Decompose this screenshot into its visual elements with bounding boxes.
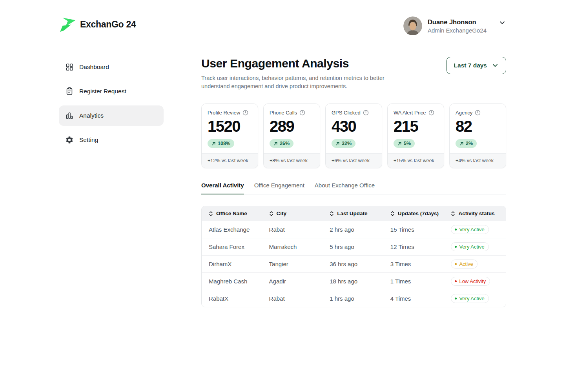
status-label: Active xyxy=(459,261,473,267)
column-label: Office Name xyxy=(216,211,247,216)
date-range-dropdown[interactable]: Last 7 days xyxy=(447,57,506,74)
status-badge: Very Active xyxy=(451,294,488,303)
cell-office-name: Maghreb Cash xyxy=(202,273,262,290)
cell-updates: 1 Times xyxy=(383,273,444,290)
tab-overall-activity[interactable]: Overall Activity xyxy=(201,182,244,194)
sidebar-item-label: Register Request xyxy=(79,88,126,95)
user-role: Admin ExchangeGo24 xyxy=(428,27,487,34)
cell-last-update: 2 hrs ago xyxy=(323,221,383,238)
activity-table: Office Name City Last Update Updates (7d… xyxy=(201,206,506,307)
sidebar-item-setting[interactable]: Setting xyxy=(59,130,164,150)
info-icon[interactable] xyxy=(242,110,248,116)
stat-change-badge: 108% xyxy=(208,139,234,148)
status-badge: Very Active xyxy=(451,225,488,234)
table-row[interactable]: Sahara Forex Marrakech 5 hrs ago 12 Time… xyxy=(202,238,506,255)
cell-office-name: Atlas Exchange xyxy=(202,221,262,238)
column-label: Updates (7days) xyxy=(398,211,439,216)
user-menu[interactable]: Duane Jhonson Admin ExchangeGo24 xyxy=(403,16,506,35)
cell-city: Marrakech xyxy=(262,238,323,255)
stat-footer: +6% vs last week xyxy=(326,153,382,168)
stat-card-gps-clicked: GPS Clicked 430 32% +6% vs last week xyxy=(325,103,382,168)
stat-value: 289 xyxy=(270,118,314,135)
stat-footer: +15% vs last week xyxy=(388,153,444,168)
stat-card-wa-alert-price: WA Alert Price 215 5% +15% vs last week xyxy=(387,103,444,168)
table-row[interactable]: Atlas Exchange Rabat 2 hrs ago 15 Times … xyxy=(202,221,506,238)
status-badge: Low Activity xyxy=(451,277,490,286)
cell-office-name: RabatX xyxy=(202,290,262,307)
stat-value: 215 xyxy=(394,118,438,135)
brand-logo[interactable]: ExchanGo 24 xyxy=(59,16,136,33)
stat-value: 1520 xyxy=(208,118,252,135)
column-header-city[interactable]: City xyxy=(262,206,323,221)
column-label: Activity status xyxy=(458,211,494,216)
trend-up-icon xyxy=(273,142,278,146)
status-label: Low Activity xyxy=(459,278,486,284)
sort-icon[interactable] xyxy=(209,211,213,216)
column-header-updates-7days[interactable]: Updates (7days) xyxy=(383,206,444,221)
info-icon[interactable] xyxy=(428,110,434,116)
avatar[interactable] xyxy=(403,16,422,35)
tab-about-exchange-office[interactable]: About Exchange Office xyxy=(315,182,375,194)
topbar: ExchanGo 24 Duane Jhonson Admin Exchange… xyxy=(0,0,565,35)
info-icon[interactable] xyxy=(299,110,305,116)
cell-activity-status: Very Active xyxy=(444,221,506,238)
trend-up-icon xyxy=(335,142,340,146)
stat-card-phone-calls: Phone Calls 289 26% +8% vs last week xyxy=(263,103,320,168)
cell-last-update: 1 hrs ago xyxy=(323,290,383,307)
status-label: Very Active xyxy=(459,244,484,250)
table-row[interactable]: Maghreb Cash Agadir 18 hrs ago 1 Times L… xyxy=(202,272,506,290)
cell-activity-status: Active xyxy=(444,256,506,272)
sidebar-item-register-request[interactable]: Register Request xyxy=(59,81,164,102)
stat-footer: +8% vs last week xyxy=(264,153,320,168)
trend-up-icon xyxy=(397,142,402,146)
table-row[interactable]: RabatX Rabat 1 hrs ago 4 Times Very Acti… xyxy=(202,290,506,307)
cell-last-update: 5 hrs ago xyxy=(323,238,383,255)
tab-office-engagement[interactable]: Office Engagement xyxy=(254,182,304,194)
cell-updates: 15 Times xyxy=(383,221,444,238)
column-header-office-name[interactable]: Office Name xyxy=(202,206,262,221)
table-header: Office Name City Last Update Updates (7d… xyxy=(202,206,506,221)
stat-label: Agency xyxy=(456,110,472,116)
sidebar: Dashboard Register Request xyxy=(59,57,164,307)
cell-activity-status: Very Active xyxy=(444,290,506,307)
page-title: User Engagement Analysis xyxy=(201,57,392,70)
stat-change-value: 26% xyxy=(280,141,290,146)
chevron-down-icon[interactable] xyxy=(498,19,506,27)
stat-value: 430 xyxy=(332,118,376,135)
info-icon[interactable] xyxy=(475,110,481,116)
sort-icon[interactable] xyxy=(330,211,334,216)
table-row[interactable]: DirhamX Tangier 36 hrs ago 3 Times Activ… xyxy=(202,255,506,272)
status-dot-icon xyxy=(455,263,457,265)
trend-up-icon xyxy=(211,142,216,146)
date-range-label: Last 7 days xyxy=(454,62,487,69)
sort-icon[interactable] xyxy=(390,211,395,216)
cell-office-name: DirhamX xyxy=(202,256,262,272)
sort-icon[interactable] xyxy=(451,211,455,216)
cell-city: Agadir xyxy=(262,273,323,290)
info-icon[interactable] xyxy=(363,110,369,116)
stat-cards: Profile Review 1520 108% +12% vs last we… xyxy=(201,103,506,168)
cell-last-update: 18 hrs ago xyxy=(323,273,383,290)
stat-label: GPS Clicked xyxy=(332,110,361,116)
cell-activity-status: Low Activity xyxy=(444,273,506,290)
stat-change-badge: 5% xyxy=(394,139,415,148)
page-subtitle: Track user interactions, behavior patter… xyxy=(201,74,392,91)
tab-bar: Overall Activity Office Engagement About… xyxy=(201,182,506,194)
column-header-activity-status[interactable]: Activity status xyxy=(444,206,506,221)
stat-label: WA Alert Price xyxy=(394,110,426,116)
logo-text: ExchanGo 24 xyxy=(80,19,136,30)
sort-icon[interactable] xyxy=(269,211,273,216)
column-header-last-update[interactable]: Last Update xyxy=(323,206,383,221)
chevron-down-icon xyxy=(492,62,499,69)
cell-city: Rabat xyxy=(262,290,323,307)
sidebar-item-dashboard[interactable]: Dashboard xyxy=(59,57,164,77)
cell-last-update: 36 hrs ago xyxy=(323,256,383,272)
status-label: Very Active xyxy=(459,296,484,301)
cell-city: Rabat xyxy=(262,221,323,238)
sidebar-item-label: Setting xyxy=(79,136,98,143)
stat-footer: +4% vs last week xyxy=(450,153,506,168)
cell-updates: 4 Times xyxy=(383,290,444,307)
sidebar-item-analytics[interactable]: Analytics xyxy=(59,105,164,126)
page-head: User Engagement Analysis Track user inte… xyxy=(201,57,506,91)
cell-updates: 12 Times xyxy=(383,238,444,255)
